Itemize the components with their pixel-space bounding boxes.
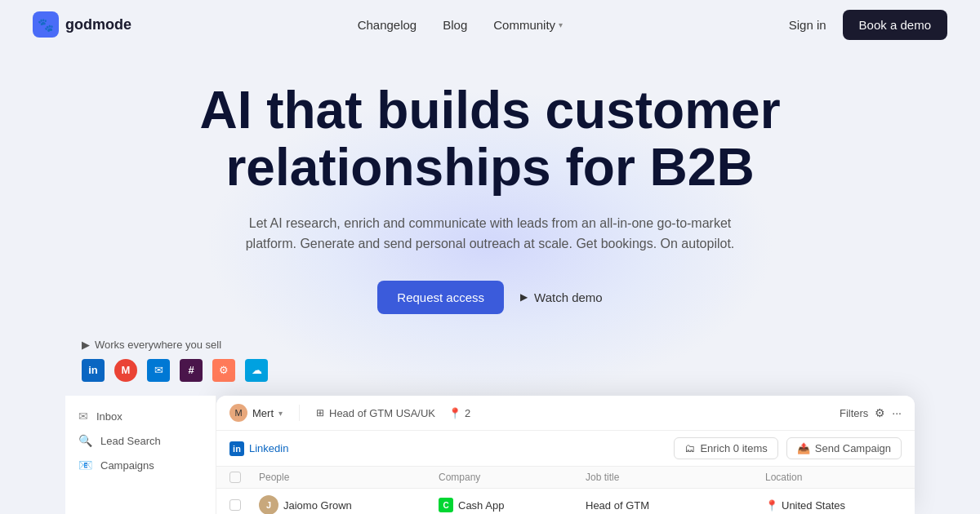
hero-section: AI that builds customer relationships fo… bbox=[0, 49, 980, 406]
chevron-down-icon: ▾ bbox=[559, 20, 563, 29]
sidebar-item-campaigns[interactable]: 📧 Campaigns bbox=[65, 453, 216, 477]
user-badge[interactable]: M Mert ▾ bbox=[229, 404, 283, 422]
divider bbox=[299, 405, 300, 421]
enrich-items-button[interactable]: 🗂 Enrich 0 items bbox=[674, 437, 777, 459]
hero-subtitle: Let AI research, enrich and communicate … bbox=[245, 213, 735, 255]
sidebar-inbox-label: Inbox bbox=[96, 410, 122, 423]
company-icon: C bbox=[439, 498, 453, 512]
sidebar-campaigns-label: Campaigns bbox=[100, 459, 154, 472]
table-header: People Company Job title Location bbox=[216, 467, 915, 489]
send-icon: 📤 bbox=[797, 442, 810, 454]
app-toolbar: in Linkedin 🗂 Enrich 0 items 📤 Send Camp… bbox=[216, 431, 915, 467]
table-row: J Jaiomo Grown C Cash App Head of GTM 📍 … bbox=[216, 489, 915, 514]
app-sidebar: ✉ Inbox 🔍 Lead Search 📧 Campaigns bbox=[65, 396, 216, 514]
play-icon: ▶ bbox=[520, 291, 528, 303]
app-header: M Mert ▾ ⊞ Head of GTM USA/UK 📍 2 Filter… bbox=[216, 396, 915, 431]
salesforce-integration-icon: ☁ bbox=[245, 359, 268, 382]
linkedin-icon: in bbox=[229, 441, 244, 456]
navbar: 🐾 godmode Changelog Blog Community ▾ Sig… bbox=[0, 0, 980, 49]
hero-title: AI that builds customer relationships fo… bbox=[180, 82, 800, 197]
logo[interactable]: 🐾 godmode bbox=[33, 11, 131, 38]
works-everywhere: ▶ Works everywhere you sell in M ✉ # ⚙ ☁ bbox=[16, 339, 964, 382]
sidebar-item-lead-search[interactable]: 🔍 Lead Search bbox=[65, 428, 216, 453]
filter-icon: ⊞ bbox=[316, 407, 324, 419]
filter-label: ⊞ Head of GTM USA/UK bbox=[316, 407, 435, 419]
chevron-down-icon: ▾ bbox=[278, 409, 283, 418]
sidebar-lead-search-label: Lead Search bbox=[100, 435, 161, 447]
user-name: Mert bbox=[252, 407, 274, 419]
sign-in-link[interactable]: Sign in bbox=[789, 18, 826, 32]
avatar: M bbox=[229, 404, 247, 422]
location-badge: 📍 2 bbox=[448, 407, 470, 419]
linkedin-integration-icon: in bbox=[82, 359, 105, 382]
settings-icon: ⚙ bbox=[875, 406, 885, 419]
hubspot-integration-icon: ⚙ bbox=[212, 359, 235, 382]
toolbar-actions: 🗂 Enrich 0 items 📤 Send Campaign bbox=[674, 437, 902, 459]
nav-changelog[interactable]: Changelog bbox=[358, 18, 417, 32]
nav-blog[interactable]: Blog bbox=[443, 18, 467, 32]
campaigns-icon: 📧 bbox=[78, 459, 92, 472]
location-icon: 📍 bbox=[448, 407, 461, 419]
nav-actions: Sign in Book a demo bbox=[789, 10, 947, 40]
watch-demo-button[interactable]: ▶ Watch demo bbox=[520, 290, 603, 304]
outlook-integration-icon: ✉ bbox=[147, 359, 170, 382]
database-icon: 🗂 bbox=[684, 442, 695, 454]
search-icon: 🔍 bbox=[78, 434, 92, 447]
logo-text: godmode bbox=[65, 16, 131, 33]
integrations-list: in M ✉ # ⚙ ☁ bbox=[82, 359, 898, 382]
person-name: J Jaiomo Grown bbox=[259, 495, 439, 514]
hero-cta: Request access ▶ Watch demo bbox=[16, 281, 964, 314]
company-cell: C Cash App bbox=[439, 498, 586, 512]
checkbox-all[interactable] bbox=[229, 472, 259, 483]
more-icon: ··· bbox=[892, 406, 902, 419]
job-title-cell: Head of GTM bbox=[586, 499, 765, 512]
person-avatar: J bbox=[259, 495, 278, 514]
gmail-integration-icon: M bbox=[114, 359, 137, 382]
col-job-title: Job title bbox=[586, 472, 765, 483]
logo-icon: 🐾 bbox=[33, 11, 59, 38]
location-cell: 📍 United States bbox=[765, 499, 915, 512]
nav-community-label: Community bbox=[493, 18, 555, 32]
app-preview: M Mert ▾ ⊞ Head of GTM USA/UK 📍 2 Filter… bbox=[216, 396, 915, 514]
row-checkbox[interactable] bbox=[229, 499, 259, 511]
works-label: ▶ Works everywhere you sell bbox=[82, 339, 898, 351]
location-flag-icon: 📍 bbox=[765, 499, 778, 512]
filters-button[interactable]: Filters ⚙ ··· bbox=[840, 406, 902, 419]
inbox-icon: ✉ bbox=[78, 410, 88, 423]
nav-links: Changelog Blog Community ▾ bbox=[358, 18, 563, 32]
col-company: Company bbox=[439, 472, 586, 483]
nav-community[interactable]: Community ▾ bbox=[493, 18, 563, 32]
slack-integration-icon: # bbox=[180, 359, 203, 382]
col-location: Location bbox=[765, 472, 915, 483]
col-people: People bbox=[259, 472, 439, 483]
play-icon-small: ▶ bbox=[82, 339, 90, 351]
book-demo-button[interactable]: Book a demo bbox=[843, 10, 947, 40]
sidebar-item-inbox[interactable]: ✉ Inbox bbox=[65, 404, 216, 428]
send-campaign-button[interactable]: 📤 Send Campaign bbox=[786, 437, 902, 459]
linkedin-badge: in Linkedin bbox=[229, 441, 288, 456]
request-access-button[interactable]: Request access bbox=[377, 281, 504, 314]
